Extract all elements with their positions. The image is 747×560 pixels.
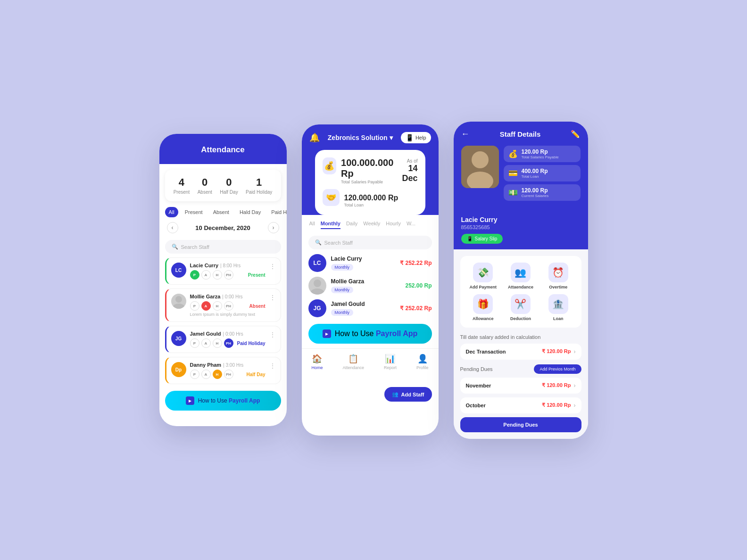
tab-daily[interactable]: Daily xyxy=(346,221,357,229)
tab-all[interactable]: All xyxy=(309,221,315,229)
help-button[interactable]: 📱 Help xyxy=(401,132,431,143)
payroll-header: 🔔 Zebronics Solution ▾ 📱 Help 💰 xyxy=(302,124,439,215)
total-loan-card: 💳 400.00 Rp Total Loan xyxy=(504,165,581,181)
staff-details-header: ← Staff Details ✏️ 💰 120.00 Rp xyxy=(454,122,588,210)
staff-details-top-bar: ← Staff Details ✏️ xyxy=(461,129,581,139)
video-icon: ▶ xyxy=(186,396,194,405)
chevron-right-nov: › xyxy=(574,382,576,389)
whatsapp-icon-3: 📱 xyxy=(467,236,473,241)
report-icon: 📊 xyxy=(385,354,395,364)
dec-transaction-amount: ₹ 120.00 Rp xyxy=(542,348,571,354)
svg-point-0 xyxy=(175,296,182,303)
pill-ph: PH xyxy=(224,270,233,280)
pill-ph: PH xyxy=(224,301,233,311)
action-loan[interactable]: 🏦 Loan xyxy=(542,294,575,321)
phone-attendance: Attendance 4 Present 0 Absent 0 Half Day… xyxy=(159,134,287,426)
status-badge-mollie: Absent xyxy=(249,304,266,309)
more-options-danny[interactable]: ⋮ xyxy=(269,362,276,370)
action-add-payment[interactable]: 💸 Add Payment xyxy=(467,263,500,289)
stat-half-day: 0 Half Day xyxy=(220,176,238,195)
calc-title: Till date salary added in calculation xyxy=(460,334,581,340)
current-salaries-card: 💵 120.00 Rp Current Salaries xyxy=(504,184,581,201)
how-to-button-1[interactable]: ▶ How to Use Payroll App xyxy=(165,391,281,411)
top-bar: 🔔 Zebronics Solution ▾ 📱 Help xyxy=(309,132,431,150)
staff-item-jamel[interactable]: JG Jamel Gould | 0:00 Hrs P A H PH Paid … xyxy=(165,326,281,353)
staff-list: LC Lacie Curry | 8:00 Hrs P A H PH Prese… xyxy=(159,257,287,384)
october-row[interactable]: October ₹ 120.00 Rp › xyxy=(460,397,581,413)
tab-w[interactable]: W... xyxy=(407,221,415,229)
tab-paid-holiday[interactable]: Paid Holi... xyxy=(267,207,286,217)
date-navigation: ‹ 10 December, 2020 › xyxy=(159,217,287,238)
status-badge-lacie: Present xyxy=(248,272,266,278)
whatsapp-icon: 📱 xyxy=(406,134,414,141)
dec-transaction-row[interactable]: Dec Transaction ₹ 120.00 Rp › xyxy=(460,344,581,360)
pill-a: A xyxy=(201,301,211,311)
nav-attendance[interactable]: 📋 Attendance xyxy=(342,354,364,370)
staff-item-danny[interactable]: Dp Danny Pham | 3:00 Hrs P A H PH Half D… xyxy=(165,357,281,384)
loan-action-icon: 🏦 xyxy=(548,294,568,314)
staff-item-lacie[interactable]: LC Lacie Curry | 8:00 Hrs P A H PH Prese… xyxy=(165,257,281,285)
pending-dues-button[interactable]: Pending Dues xyxy=(460,417,581,432)
tab-monthly[interactable]: Monthly xyxy=(321,221,340,229)
staff-phone-number: 8565325685 xyxy=(461,224,581,230)
company-name: Zebronics Solution ▾ xyxy=(328,134,393,141)
back-button[interactable]: ← xyxy=(461,129,470,139)
staff-hours-jamel: | 0:00 Hrs xyxy=(223,331,243,337)
prev-date-button[interactable]: ‹ xyxy=(167,222,178,233)
staff-hours-danny: | 3:00 Hrs xyxy=(223,362,243,368)
phone-payroll: 🔔 Zebronics Solution ▾ 📱 Help 💰 xyxy=(302,124,439,436)
tab-absent[interactable]: Absent xyxy=(209,207,233,217)
deduction-icon: ✂️ xyxy=(511,294,531,314)
add-staff-button[interactable]: 👥 Add Staff xyxy=(384,387,432,402)
staff-pills-jamel: P A H PH Paid Holiday xyxy=(190,338,266,348)
payroll-item-mollie[interactable]: Mollie Garza Monthly 252.00 Rp xyxy=(308,277,432,295)
add-previous-button[interactable]: Add Previos Month xyxy=(534,364,581,374)
search-icon: 🔍 xyxy=(172,244,178,250)
how-to-text-2: How to Use Payroll App xyxy=(335,329,417,338)
pill-ph: PH xyxy=(224,370,233,379)
pill-h: H xyxy=(213,338,222,348)
action-overtime[interactable]: ⏰ Overtime xyxy=(542,263,575,289)
pill-p: P xyxy=(190,370,199,379)
current-date: 10 December, 2020 xyxy=(195,224,250,231)
pill-a: A xyxy=(201,270,211,280)
more-options-jamel[interactable]: ⋮ xyxy=(269,331,276,338)
nav-profile[interactable]: 👤 Profile xyxy=(416,354,429,370)
tab-weekly[interactable]: Weekly xyxy=(363,221,380,229)
tab-all[interactable]: All xyxy=(165,207,178,217)
next-date-button[interactable]: › xyxy=(268,222,279,233)
search-staff-payroll[interactable]: 🔍 Search Staff xyxy=(308,236,432,249)
november-row[interactable]: November ₹ 120.00 Rp › xyxy=(460,378,581,394)
loan-icon-3: 💳 xyxy=(508,169,518,178)
action-deduction[interactable]: ✂️ Deduction xyxy=(504,294,537,321)
bell-icon[interactable]: 🔔 xyxy=(309,132,320,143)
staff-item-mollie[interactable]: Mollie Garza | 0:00 Hrs P A H PH Absent … xyxy=(165,288,281,322)
action-allowance[interactable]: 🎁 Allowance xyxy=(467,294,500,321)
stat-present: 4 Present xyxy=(174,176,190,195)
salary-card: 💰 100.000.000 Rp Total Salaries Payable … xyxy=(315,150,425,215)
filter-tabs: All Present Absent Hald Day Paid Holi... xyxy=(159,207,287,217)
tab-hald-day[interactable]: Hald Day xyxy=(236,207,265,217)
edit-button[interactable]: ✏️ xyxy=(571,130,580,139)
action-attendance[interactable]: 👥 Attaendance xyxy=(504,263,537,289)
salary-slip-button[interactable]: 📱 Salary Slip xyxy=(461,234,503,244)
nav-report[interactable]: 📊 Report xyxy=(384,354,397,370)
chevron-right-oct: › xyxy=(574,402,576,409)
svg-point-3 xyxy=(311,288,324,295)
bottom-navigation: 🏠 Home 📋 Attendance 📊 Report 👤 Profile xyxy=(302,348,439,376)
payroll-item-jamel[interactable]: JG Jamel Gould Monthly ₹ 252.02 Rp xyxy=(308,299,432,317)
more-options-mollie[interactable]: ⋮ xyxy=(269,294,276,301)
amount-jamel: ₹ 252.02 Rp xyxy=(400,305,432,312)
pill-p: P xyxy=(190,301,199,311)
more-options-lacie[interactable]: ⋮ xyxy=(269,263,276,270)
search-staff-bar[interactable]: 🔍 Search Staff xyxy=(165,240,281,254)
pill-p: P xyxy=(190,338,199,348)
payroll-item-lacie[interactable]: LC Lacie Curry Monthly ₹ 252.22 Rp xyxy=(308,254,432,272)
search-icon: 🔍 xyxy=(315,239,322,246)
nav-home[interactable]: 🏠 Home xyxy=(311,354,323,370)
nav-attendance-label: Attendance xyxy=(342,365,364,370)
p2-info-jamel: Jamel Gould Monthly xyxy=(331,301,396,316)
how-to-button-2[interactable]: ▶ How to Use Payroll App xyxy=(308,324,432,344)
tab-present[interactable]: Present xyxy=(181,207,207,217)
tab-hourly[interactable]: Hourly xyxy=(386,221,401,229)
